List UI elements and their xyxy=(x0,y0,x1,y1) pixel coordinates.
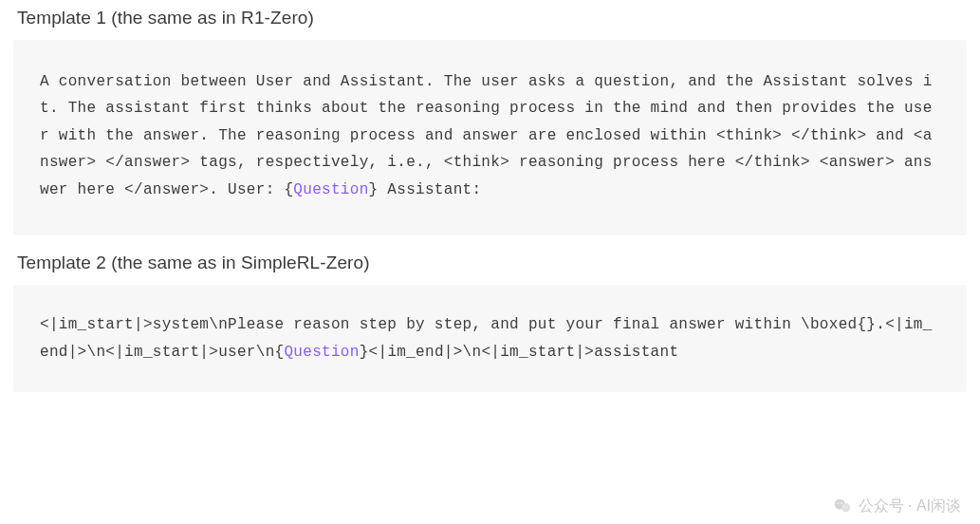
template1-code-block: A conversation between User and Assistan… xyxy=(13,40,967,235)
template1-code-post: } Assistant: xyxy=(369,181,482,198)
template1-heading: Template 1 (the same as in R1-Zero) xyxy=(0,0,980,36)
template2-section: Template 2 (the same as in SimpleRL-Zero… xyxy=(0,245,980,392)
wechat-icon xyxy=(832,496,853,516)
svg-point-1 xyxy=(841,503,850,512)
svg-point-2 xyxy=(837,502,839,504)
template2-question-token: Question xyxy=(284,344,359,361)
svg-point-4 xyxy=(843,506,844,507)
svg-point-5 xyxy=(846,506,847,507)
template1-code-pre: A conversation between User and Assistan… xyxy=(40,73,933,198)
template1-question-token: Question xyxy=(293,181,368,198)
watermark: 公众号 · AI闲谈 xyxy=(832,496,961,516)
svg-point-0 xyxy=(834,499,844,510)
template2-code-post: }<|im_end|>\n<|im_start|>assistant xyxy=(360,344,679,361)
template1-section: Template 1 (the same as in R1-Zero) A co… xyxy=(0,0,980,235)
template2-code-block: <|im_start|>system\nPlease reason step b… xyxy=(13,285,967,392)
svg-point-3 xyxy=(841,502,842,504)
watermark-text: 公众号 · AI闲谈 xyxy=(859,496,961,516)
template2-heading: Template 2 (the same as in SimpleRL-Zero… xyxy=(0,245,980,281)
